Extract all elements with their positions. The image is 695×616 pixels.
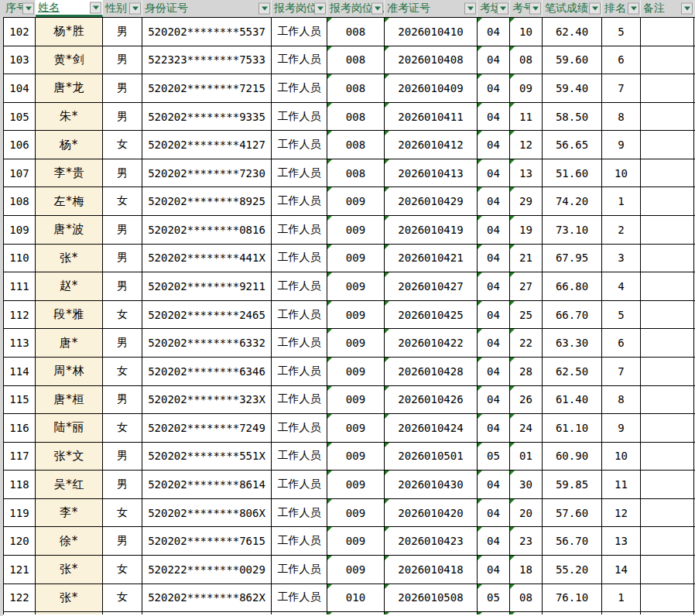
cell-kaochang[interactable]: 04 <box>478 329 510 357</box>
cell-paiming[interactable]: 14 <box>602 556 641 583</box>
cell-kaochang[interactable]: 04 <box>478 272 510 300</box>
cell-bishichengji[interactable]: 66.70 <box>543 301 602 329</box>
cell-beizhu[interactable] <box>641 612 694 614</box>
cell-kaohao[interactable]: 22 <box>510 329 543 357</box>
cell-xuhao[interactable]: 104 <box>3 74 36 102</box>
cell-baokaogangwei[interactable]: 工作人员 <box>272 103 327 131</box>
column-header-xingming[interactable]: 姓名 <box>36 0 103 17</box>
cell-bishichengji[interactable]: 67.95 <box>543 245 602 272</box>
cell-bishichengji[interactable]: 76.10 <box>543 584 602 612</box>
cell-baokaogangwei[interactable]: 工作人员 <box>272 301 327 329</box>
column-header-beizhu[interactable]: 备注 <box>641 0 694 17</box>
cell-kaochang[interactable]: 05 <box>478 443 510 471</box>
cell-bishichengji[interactable]: 56.70 <box>543 527 602 555</box>
cell-xingbie[interactable]: 男 <box>103 18 142 46</box>
cell-shenfenzhenghao[interactable]: 520202********9335 <box>142 103 272 131</box>
filter-dropdown-button[interactable] <box>529 3 541 15</box>
cell-xingming[interactable]: 吴*红 <box>36 471 103 498</box>
cell-beizhu[interactable] <box>641 414 694 442</box>
cell-zhunkaozhenghao[interactable]: 2026010428 <box>385 358 478 385</box>
cell-beizhu[interactable] <box>641 443 694 471</box>
cell-baokaogangwei[interactable]: 工作人员 <box>272 527 327 555</box>
cell-xingming[interactable]: 赵* <box>36 272 103 300</box>
cell-beizhu[interactable] <box>641 556 694 583</box>
cell-xingbie[interactable]: 男 <box>103 216 142 244</box>
filter-dropdown-button[interactable] <box>589 3 601 15</box>
cell-beizhu[interactable] <box>641 471 694 498</box>
cell-xingbie[interactable]: 男 <box>103 443 142 471</box>
cell-xuhao[interactable]: 109 <box>3 216 36 244</box>
cell-xingbie[interactable]: 男 <box>103 46 142 74</box>
column-header-baokaogangweidaima[interactable]: 报考岗位代码 <box>327 0 385 17</box>
cell-xuhao[interactable]: 114 <box>3 358 36 385</box>
cell-kaohao[interactable]: 29 <box>510 187 543 215</box>
cell-paiming[interactable]: 1 <box>602 187 641 215</box>
cell-baokaogangweidaima[interactable]: 009 <box>327 187 385 215</box>
cell-baokaogangwei[interactable]: 工作人员 <box>272 471 327 498</box>
cell-paiming[interactable]: 11 <box>602 471 641 498</box>
cell-kaohao[interactable]: 13 <box>510 159 543 187</box>
column-header-zhunkaozhenghao[interactable]: 准考证号 <box>385 0 478 17</box>
cell-zhunkaozhenghao[interactable]: 2026010409 <box>385 74 478 102</box>
cell-shenfenzhenghao[interactable]: 520202********6332 <box>142 329 272 357</box>
cell-xingming[interactable]: 杨* <box>36 131 103 159</box>
cell-kaochang[interactable]: 04 <box>478 358 510 385</box>
cell-kaohao[interactable]: 19 <box>510 216 543 244</box>
cell-paiming[interactable] <box>602 612 641 614</box>
cell-baokaogangwei[interactable]: 工作人员 <box>272 216 327 244</box>
cell-shenfenzhenghao[interactable]: 520202********806X <box>142 499 272 527</box>
cell-kaohao[interactable]: 25 <box>510 301 543 329</box>
cell-paiming[interactable]: 7 <box>602 358 641 385</box>
cell-bishichengji[interactable]: 51.60 <box>543 159 602 187</box>
cell-kaohao[interactable]: 08 <box>510 46 543 74</box>
cell-xingming[interactable]: 唐*波 <box>36 216 103 244</box>
cell-baokaogangweidaima[interactable]: 008 <box>327 159 385 187</box>
cell-kaochang[interactable]: 04 <box>478 187 510 215</box>
cell-shenfenzhenghao[interactable]: 520202********9211 <box>142 272 272 300</box>
cell-kaochang[interactable]: 05 <box>478 584 510 612</box>
cell-baokaogangweidaima[interactable]: 008 <box>327 103 385 131</box>
cell-xingbie[interactable] <box>103 612 142 614</box>
cell-zhunkaozhenghao[interactable]: 2026010419 <box>385 216 478 244</box>
cell-beizhu[interactable] <box>641 499 694 527</box>
cell-kaochang[interactable] <box>478 612 510 614</box>
cell-beizhu[interactable] <box>641 301 694 329</box>
cell-bishichengji[interactable]: 56.65 <box>543 131 602 159</box>
cell-kaochang[interactable]: 04 <box>478 527 510 555</box>
cell-xingming[interactable]: 李* <box>36 499 103 527</box>
cell-xingbie[interactable]: 女 <box>103 414 142 442</box>
cell-kaohao[interactable]: 01 <box>510 443 543 471</box>
cell-beizhu[interactable] <box>641 329 694 357</box>
cell-baokaogangwei[interactable] <box>272 612 327 614</box>
filter-dropdown-button[interactable] <box>129 3 141 15</box>
cell-bishichengji[interactable]: 66.80 <box>543 272 602 300</box>
cell-baokaogangwei[interactable]: 工作人员 <box>272 414 327 442</box>
column-header-bishichengji[interactable]: 笔试成绩 <box>543 0 602 17</box>
cell-xingming[interactable]: 唐*桓 <box>36 386 103 414</box>
cell-baokaogangweidaima[interactable]: 009 <box>327 471 385 498</box>
cell-beizhu[interactable] <box>641 46 694 74</box>
cell-xingbie[interactable]: 男 <box>103 329 142 357</box>
cell-baokaogangwei[interactable]: 工作人员 <box>272 272 327 300</box>
cell-xingming[interactable]: 徐* <box>36 527 103 555</box>
cell-baokaogangweidaima[interactable]: 008 <box>327 131 385 159</box>
cell-beizhu[interactable] <box>641 216 694 244</box>
cell-kaohao[interactable]: 10 <box>510 18 543 46</box>
cell-bishichengji[interactable]: 74.20 <box>543 187 602 215</box>
cell-xingbie[interactable]: 女 <box>103 358 142 385</box>
cell-kaohao[interactable]: 18 <box>510 556 543 583</box>
cell-kaochang[interactable]: 04 <box>478 471 510 498</box>
cell-beizhu[interactable] <box>641 18 694 46</box>
cell-xuhao[interactable]: 117 <box>3 443 36 471</box>
cell-kaohao[interactable]: 27 <box>510 272 543 300</box>
cell-xuhao[interactable]: 102 <box>3 18 36 46</box>
cell-kaohao[interactable]: 24 <box>510 414 543 442</box>
cell-baokaogangweidaima[interactable]: 009 <box>327 329 385 357</box>
cell-shenfenzhenghao[interactable]: 520202********5537 <box>142 18 272 46</box>
cell-kaochang[interactable]: 04 <box>478 245 510 272</box>
cell-xingming[interactable]: 周*林 <box>36 358 103 385</box>
cell-beizhu[interactable] <box>641 272 694 300</box>
cell-xingming[interactable]: 张* <box>36 556 103 583</box>
cell-paiming[interactable]: 1 <box>602 584 641 612</box>
cell-zhunkaozhenghao[interactable]: 2026010424 <box>385 414 478 442</box>
